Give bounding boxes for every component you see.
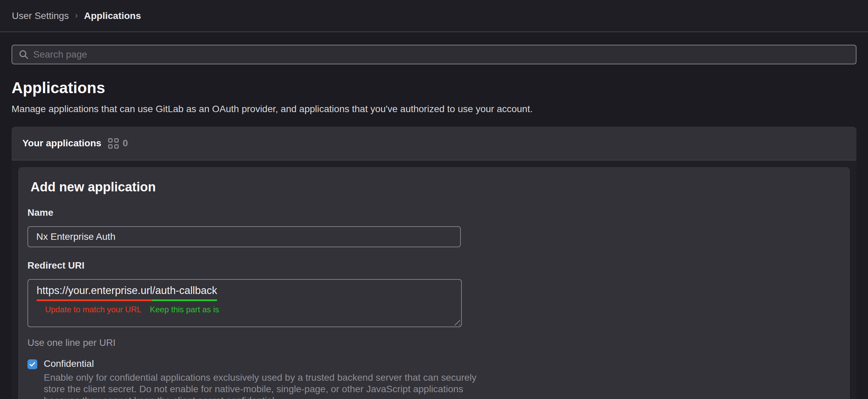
- confidential-row: Confidential Enable only for confidentia…: [27, 358, 840, 399]
- breadcrumb: User Settings › Applications: [12, 10, 141, 21]
- applications-count-badge: 0: [123, 138, 128, 149]
- name-label: Name: [27, 207, 840, 218]
- application-name-input[interactable]: [27, 226, 461, 247]
- textarea-resize-handle[interactable]: [454, 319, 460, 326]
- your-applications-panel: Your applications 0 Add new application …: [12, 127, 856, 399]
- annotation-update-url: Update to match your URL: [37, 305, 150, 314]
- redirect-uri-label: Redirect URI: [27, 260, 840, 271]
- top-bar: User Settings › Applications: [0, 0, 868, 32]
- confidential-text: Confidential Enable only for confidentia…: [44, 358, 479, 399]
- panel-header: Your applications 0: [12, 127, 856, 161]
- redirect-uri-path-part: /auth-callback: [152, 285, 217, 301]
- redirect-uri-annotations: Update to match your URL Keep this part …: [37, 305, 461, 314]
- confidential-description: Enable only for confidential application…: [44, 372, 479, 399]
- main-content: Applications Manage applications that ca…: [0, 45, 868, 399]
- card-title: Add new application: [31, 180, 840, 194]
- applications-grid-icon: [108, 138, 119, 149]
- page-title: Applications: [12, 79, 856, 97]
- panel-title: Your applications: [22, 138, 101, 149]
- search-input[interactable]: [33, 49, 849, 60]
- breadcrumb-user-settings[interactable]: User Settings: [12, 10, 69, 21]
- page-description: Manage applications that can use GitLab …: [12, 104, 856, 114]
- redirect-uri-host-part: https://your.enterprise.url: [37, 285, 152, 301]
- panel-body: Add new application Name Redirect URI ht…: [12, 161, 856, 399]
- redirect-uri-value: https://your.enterprise.url/auth-callbac…: [37, 285, 461, 301]
- confidential-checkbox[interactable]: [27, 359, 37, 369]
- breadcrumb-current-applications: Applications: [84, 10, 141, 21]
- search-box[interactable]: [12, 45, 856, 64]
- check-icon: [29, 361, 36, 368]
- confidential-label[interactable]: Confidential: [44, 358, 479, 369]
- annotation-keep-part: Keep this part as is: [150, 305, 219, 314]
- redirect-uri-textarea[interactable]: https://your.enterprise.url/auth-callbac…: [27, 279, 462, 327]
- add-application-card: Add new application Name Redirect URI ht…: [18, 167, 850, 399]
- chevron-right-icon: ›: [75, 10, 78, 21]
- redirect-uri-help: Use one line per URI: [27, 337, 840, 348]
- search-icon: [19, 49, 29, 60]
